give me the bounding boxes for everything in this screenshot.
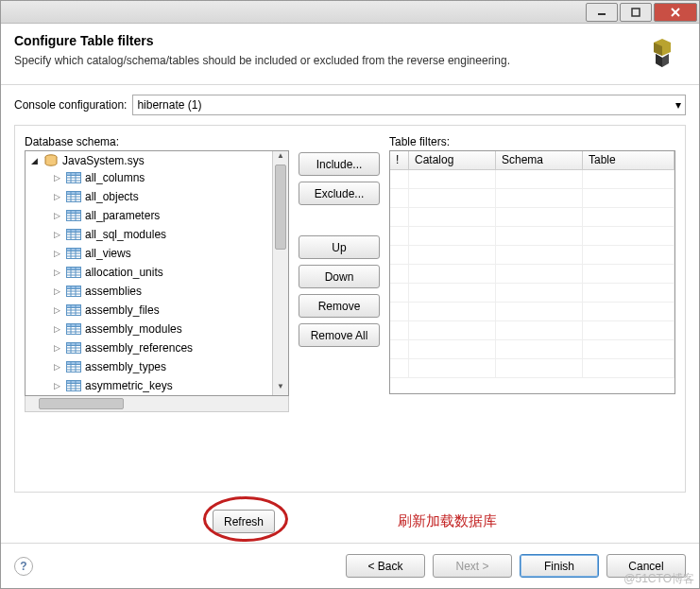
col-schema[interactable]: Schema — [496, 151, 583, 169]
tree-item[interactable]: ▷all_columns — [26, 168, 272, 187]
tree-item[interactable]: ▷all_views — [26, 244, 272, 263]
svg-rect-52 — [67, 305, 81, 308]
hscroll-thumb[interactable] — [39, 398, 124, 409]
tree-item[interactable]: ▷all_parameters — [26, 206, 272, 225]
table-row[interactable] — [390, 284, 674, 303]
chevron-right-icon[interactable]: ▷ — [52, 230, 62, 240]
table-row[interactable] — [390, 321, 674, 340]
table-row[interactable] — [390, 208, 674, 227]
tree-item-label: assemblies — [85, 285, 142, 298]
chevron-right-icon[interactable]: ▷ — [52, 173, 62, 183]
page-subtitle: Specify which catalog/schema/tables shou… — [14, 54, 686, 67]
chevron-right-icon[interactable]: ▷ — [52, 211, 62, 221]
filters-panel: Table filters: ! Catalog Schema Table — [389, 135, 675, 394]
chevron-right-icon[interactable]: ▷ — [52, 362, 62, 372]
remove-all-button[interactable]: Remove All — [299, 323, 380, 347]
table-icon — [66, 342, 81, 354]
scroll-down-icon[interactable]: ▼ — [273, 382, 288, 395]
maximize-button[interactable] — [620, 3, 652, 22]
schema-panel: Database schema: ◢ JavaSystem.sys ▷all_c… — [25, 135, 289, 412]
col-table[interactable]: Table — [583, 151, 674, 169]
database-icon — [43, 154, 59, 167]
wizard-footer: ? < Back Next > Finish Cancel — [1, 543, 699, 588]
chevron-right-icon[interactable]: ▷ — [52, 192, 62, 202]
svg-rect-64 — [67, 343, 81, 346]
scroll-up-icon[interactable]: ▲ — [273, 151, 288, 165]
svg-rect-58 — [67, 324, 81, 327]
svg-rect-16 — [67, 192, 81, 195]
back-button[interactable]: < Back — [346, 554, 425, 578]
tree-item[interactable]: ▷assembly_modules — [26, 320, 272, 338]
col-bang[interactable]: ! — [390, 151, 409, 169]
svg-rect-22 — [67, 211, 81, 214]
finish-button[interactable]: Finish — [520, 554, 599, 578]
dialog-window: Configure Table filters Specify which ca… — [0, 0, 700, 589]
col-catalog[interactable]: Catalog — [409, 151, 496, 169]
tree-item[interactable]: ▷assembly_types — [26, 357, 272, 376]
schema-tree[interactable]: ◢ JavaSystem.sys ▷all_columns▷all_object… — [26, 151, 272, 395]
minimize-button[interactable] — [586, 3, 618, 22]
tree-item[interactable]: ▷all_sql_modules — [26, 225, 272, 244]
filters-body — [390, 170, 674, 393]
tree-item-label: all_sql_modules — [85, 228, 166, 241]
chevron-right-icon[interactable]: ▷ — [52, 343, 62, 354]
chevron-right-icon[interactable]: ▷ — [52, 381, 62, 391]
help-icon[interactable]: ? — [14, 557, 33, 576]
up-button[interactable]: Up — [299, 235, 380, 259]
tree-item-label: assembly_types — [85, 360, 166, 373]
tree-item-label: all_objects — [85, 190, 139, 203]
table-icon — [66, 380, 81, 391]
table-icon — [66, 267, 81, 278]
filters-table[interactable]: ! Catalog Schema Table — [389, 150, 675, 394]
tree-item[interactable]: ▷assembly_references — [26, 338, 272, 357]
filter-panels: Database schema: ◢ JavaSystem.sys ▷all_c… — [14, 125, 686, 493]
chevron-right-icon[interactable]: ▷ — [52, 324, 62, 335]
table-row[interactable] — [390, 303, 674, 321]
tree-item[interactable]: ▷all_objects — [26, 187, 272, 206]
tree-root[interactable]: ◢ JavaSystem.sys — [26, 153, 272, 168]
svg-rect-28 — [67, 230, 81, 233]
tree-hscrollbar[interactable] — [25, 396, 289, 412]
watermark: @51CTO博客 — [623, 571, 694, 587]
chevron-right-icon[interactable]: ▷ — [52, 305, 62, 316]
exclude-button[interactable]: Exclude... — [299, 182, 380, 205]
console-config-row: Console configuration: hibernate (1) ▾ — [14, 95, 686, 115]
page-title: Configure Table filters — [14, 33, 686, 48]
include-button[interactable]: Include... — [299, 152, 380, 176]
tree-item-label: assembly_files — [85, 303, 160, 317]
table-row[interactable] — [390, 170, 674, 189]
table-row[interactable] — [390, 359, 674, 378]
table-icon — [66, 191, 81, 202]
chevron-right-icon[interactable]: ▷ — [52, 286, 62, 297]
console-config-combo[interactable]: hibernate (1) ▾ — [132, 95, 686, 115]
console-config-value: hibernate (1) — [137, 98, 201, 112]
svg-rect-34 — [67, 249, 81, 251]
table-row[interactable] — [390, 189, 674, 208]
chevron-right-icon[interactable]: ▷ — [52, 249, 62, 259]
svg-rect-40 — [67, 268, 81, 270]
chevron-right-icon[interactable]: ▷ — [52, 268, 62, 278]
table-row[interactable] — [390, 265, 674, 284]
close-button[interactable] — [654, 3, 697, 22]
tree-scrollbar[interactable]: ▲ ▼ — [272, 151, 288, 395]
tree-item[interactable]: ▷allocation_units — [26, 263, 272, 282]
scroll-thumb[interactable] — [275, 165, 286, 250]
remove-button[interactable]: Remove — [299, 294, 380, 318]
refresh-button[interactable]: Refresh — [213, 510, 275, 533]
tree-item-label: all_views — [85, 247, 131, 260]
tree-item[interactable]: ▷assemblies — [26, 282, 272, 301]
tree-item[interactable]: ▷assembly_files — [26, 301, 272, 320]
annotation-text: 刷新加载数据库 — [398, 512, 497, 530]
refresh-row: Refresh 刷新加载数据库 — [14, 510, 686, 533]
down-button[interactable]: Down — [299, 265, 380, 288]
svg-rect-1 — [632, 9, 640, 16]
table-icon — [66, 229, 81, 240]
table-row[interactable] — [390, 340, 674, 359]
tree-item-label: all_parameters — [85, 209, 160, 222]
tree-item-label: asymmetric_keys — [85, 379, 173, 392]
table-row[interactable] — [390, 246, 674, 265]
table-row[interactable] — [390, 227, 674, 246]
tree-item[interactable]: ▷asymmetric_keys — [26, 376, 272, 395]
chevron-down-icon[interactable]: ◢ — [29, 156, 40, 166]
hibernate-logo-icon — [646, 37, 678, 69]
